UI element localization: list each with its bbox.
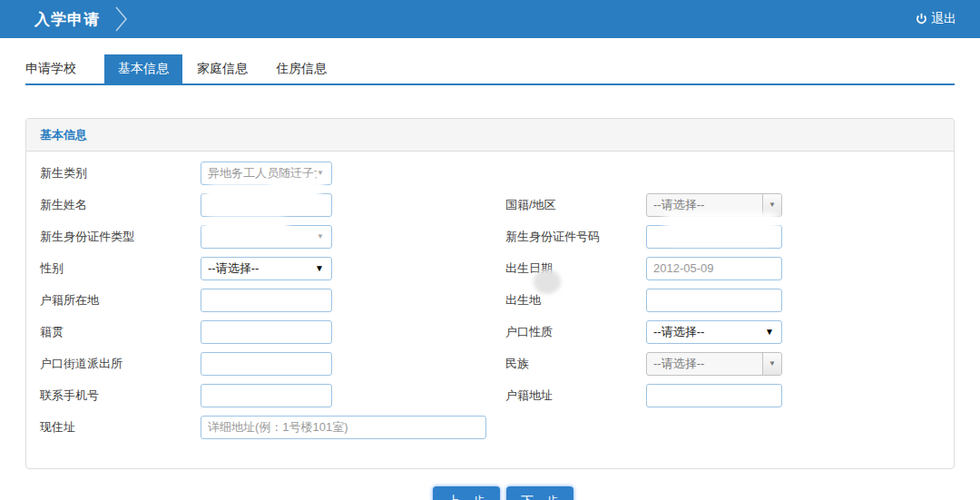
footer-buttons: 上一步 下一步 [433, 486, 573, 500]
label-gender: 性别 [40, 260, 201, 277]
panel-body: 新生类别 异地务工人员随迁子女 ▼ 新生姓名 国籍/地区 --请选择-- ▼ 新… [26, 152, 954, 468]
label-police-station: 户口街道派出所 [40, 356, 201, 372]
label-household-location: 户籍所在地 [40, 292, 201, 309]
household-location-input[interactable] [201, 289, 332, 312]
household-type-value: --请选择-- [647, 324, 765, 340]
prev-step-button[interactable]: 上一步 [433, 486, 500, 500]
label-household-type: 户口性质 [505, 324, 646, 340]
form-row: 现住址 [26, 411, 954, 443]
logout-label: 退出 [931, 11, 956, 27]
label-birth-date: 出生日期 [505, 260, 646, 277]
birth-date-input[interactable] [646, 257, 782, 280]
student-name-input[interactable] [201, 193, 332, 217]
tab-housing-info[interactable]: 住房信息 [276, 54, 327, 83]
form-row: 户口街道派出所 民族 --请选择-- ▼ [26, 348, 954, 379]
label-id-number: 新生身份证件号码 [505, 229, 646, 245]
label-mobile-phone: 联系手机号 [40, 387, 201, 404]
top-header-bar: 入学申请 退出 [0, 0, 980, 38]
form-row: 新生姓名 国籍/地区 --请选择-- ▼ [26, 189, 954, 221]
label-native-place: 籍贯 [40, 324, 201, 340]
label-ethnicity: 民族 [505, 356, 646, 372]
label-student-name: 新生姓名 [40, 197, 201, 213]
gender-select[interactable]: --请选择-- ▼ [201, 257, 332, 280]
mobile-phone-input[interactable] [201, 384, 332, 407]
form-row: 联系手机号 户籍地址 [26, 379, 954, 411]
chevron-down-icon: ▼ [762, 194, 781, 216]
nationality-value: --请选择-- [647, 197, 762, 213]
student-category-dropdown[interactable]: 异地务工人员随迁子女 ▼ [201, 162, 332, 185]
tab-apply-school[interactable]: 申请学校 [25, 54, 76, 83]
native-place-input[interactable] [201, 320, 332, 344]
household-address-input[interactable] [646, 384, 782, 407]
household-type-select[interactable]: --请选择-- ▼ [646, 320, 782, 344]
form-row: 籍贯 户口性质 --请选择-- ▼ [26, 316, 954, 348]
form-row: 新生类别 异地务工人员随迁子女 ▼ [26, 157, 954, 189]
tab-family-info[interactable]: 家庭信息 [197, 54, 248, 83]
birth-place-input[interactable] [646, 289, 782, 312]
label-birth-place: 出生地 [505, 292, 646, 309]
label-household-address: 户籍地址 [505, 387, 646, 404]
gender-value: --请选择-- [201, 260, 315, 277]
label-id-type: 新生身份证件类型 [40, 229, 201, 245]
form-row: 户籍所在地 出生地 [26, 284, 954, 316]
basic-info-panel: 基本信息 新生类别 异地务工人员随迁子女 ▼ 新生姓名 国籍/地区 --请选择-… [25, 118, 955, 469]
next-step-button[interactable]: 下一步 [506, 486, 573, 500]
form-row: 性别 --请选择-- ▼ 出生日期 [26, 252, 954, 284]
page-title: 入学申请 [34, 9, 100, 30]
label-nationality: 国籍/地区 [505, 197, 646, 213]
id-type-dropdown[interactable]: ▼ [201, 225, 332, 249]
student-category-value: 异地务工人员随迁子女 [201, 165, 317, 181]
id-number-input[interactable] [646, 225, 782, 249]
ethnicity-value: --请选择-- [647, 356, 762, 372]
label-student-category: 新生类别 [40, 165, 201, 181]
chevron-down-icon: ▼ [315, 263, 324, 273]
label-current-address: 现住址 [40, 419, 201, 436]
ethnicity-dropdown[interactable]: --请选择-- ▼ [646, 352, 782, 376]
power-icon [916, 13, 927, 25]
chevron-down-icon: ▼ [317, 232, 324, 240]
chevron-down-icon: ▼ [765, 327, 774, 337]
tab-basic-info[interactable]: 基本信息 [104, 54, 182, 83]
breadcrumb-chevron-icon [114, 6, 128, 32]
current-address-input[interactable] [201, 416, 486, 439]
logout-button[interactable]: 退出 [910, 10, 962, 28]
chevron-down-icon: ▼ [762, 353, 781, 375]
panel-title: 基本信息 [26, 119, 954, 152]
form-row: 新生身份证件类型 ▼ 新生身份证件号码 [26, 221, 954, 252]
chevron-down-icon: ▼ [317, 169, 324, 177]
tab-bar: 申请学校 基本信息 家庭信息 住房信息 [25, 54, 955, 85]
police-station-input[interactable] [201, 352, 332, 376]
nationality-dropdown[interactable]: --请选择-- ▼ [646, 193, 782, 217]
